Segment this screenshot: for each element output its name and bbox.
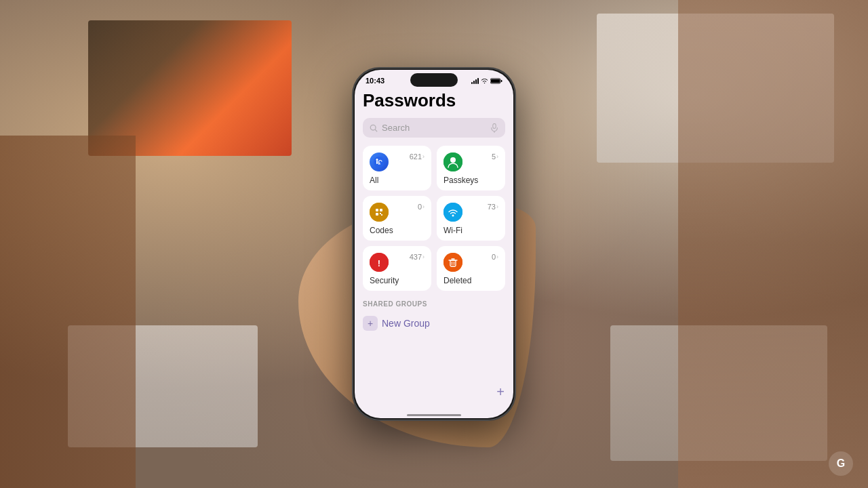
signal-icon [471, 78, 479, 84]
status-icons [471, 78, 502, 84]
grid-item-codes-header: 0 › [370, 203, 425, 222]
search-placeholder: Search [382, 123, 486, 133]
phone-screen: 10:43 [355, 70, 513, 418]
codes-icon [370, 203, 389, 222]
new-group-label: New Group [382, 318, 430, 329]
svg-line-4 [375, 129, 377, 131]
deleted-count: 0 › [492, 253, 498, 261]
svg-point-11 [450, 157, 456, 163]
all-label: All [370, 176, 425, 185]
grid-item-passkeys-header: 5 › [443, 152, 498, 171]
grid-item-all-header: 621 › [370, 152, 425, 171]
password-grid: 621 › All [363, 146, 505, 291]
grid-item-deleted-header: 0 › [443, 253, 498, 272]
phone-wrapper: 10:43 [353, 68, 515, 420]
svg-rect-16 [380, 213, 381, 214]
svg-rect-14 [380, 209, 382, 211]
dynamic-island [410, 73, 458, 87]
svg-rect-2 [491, 79, 500, 83]
svg-point-22 [443, 253, 462, 272]
page-title: Passwords [363, 87, 505, 111]
grid-item-security-header: ! 437 › [370, 253, 425, 272]
new-group-plus-icon: + [363, 316, 378, 331]
brand-watermark: G [829, 451, 853, 476]
svg-rect-1 [501, 80, 502, 82]
status-time: 10:43 [366, 77, 384, 85]
grid-item-codes[interactable]: 0 › Codes [363, 196, 431, 241]
bg-brick-right [678, 0, 868, 488]
codes-count: 0 › [418, 203, 425, 211]
deleted-label: Deleted [443, 276, 498, 285]
new-group-button[interactable]: + New Group [363, 313, 505, 333]
search-icon [370, 124, 378, 132]
security-label: Security [370, 276, 425, 285]
grid-item-deleted[interactable]: 0 › Deleted [437, 246, 505, 291]
bg-brick-left [0, 136, 136, 488]
svg-rect-13 [376, 209, 378, 211]
deleted-icon [443, 253, 462, 272]
codes-label: Codes [370, 226, 425, 235]
grid-item-wifi-header: 73 › [443, 203, 498, 222]
svg-text:!: ! [378, 258, 380, 268]
grid-item-security[interactable]: ! 437 › Security [363, 246, 431, 291]
svg-rect-17 [381, 214, 382, 216]
svg-rect-8 [376, 161, 378, 164]
security-icon: ! [370, 253, 389, 272]
passkeys-count: 5 › [492, 152, 498, 161]
app-content: Passwords Search [355, 87, 513, 418]
security-count: 437 › [410, 253, 425, 261]
add-button[interactable]: + [496, 384, 505, 400]
svg-point-12 [370, 203, 389, 222]
grid-item-passkeys[interactable]: 5 › Passkeys [437, 146, 505, 190]
shared-groups-header: SHARED GROUPS [363, 300, 505, 308]
svg-rect-5 [493, 123, 496, 128]
grid-item-all[interactable]: 621 › All [363, 146, 431, 190]
all-icon [370, 152, 389, 171]
mic-icon [490, 123, 498, 133]
passkeys-label: Passkeys [443, 176, 498, 185]
svg-point-9 [376, 159, 378, 161]
passkeys-icon [443, 152, 462, 171]
wifi-label: Wi-Fi [443, 226, 498, 235]
home-indicator [407, 414, 461, 416]
wifi-count: 73 › [488, 203, 498, 211]
wifi-icon [443, 203, 462, 222]
wifi-status-icon [481, 78, 488, 84]
search-bar[interactable]: Search [363, 118, 505, 138]
phone-frame: 10:43 [353, 68, 515, 420]
svg-rect-15 [376, 213, 378, 216]
grid-item-wifi[interactable]: 73 › Wi-Fi [437, 196, 505, 241]
battery-icon [490, 78, 502, 84]
svg-point-19 [452, 215, 454, 217]
all-count: 621 › [410, 152, 425, 161]
